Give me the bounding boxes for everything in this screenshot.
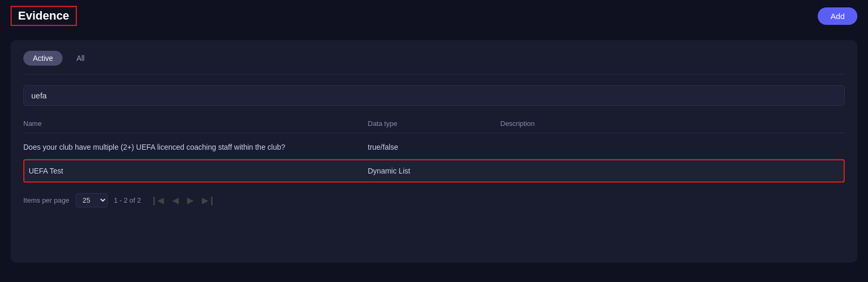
table-body: Does your club have multiple (2+) UEFA l… xyxy=(23,135,845,183)
next-page-button[interactable]: ▶ xyxy=(184,194,197,206)
app-header: Evidence Add xyxy=(0,0,868,32)
col-header-name: Name xyxy=(23,120,368,128)
pagination-nav: ❙◀ ◀ ▶ ▶❙ xyxy=(147,194,218,206)
table-row-highlighted[interactable]: UEFA Test Dynamic List xyxy=(23,159,845,183)
page-title: Evidence xyxy=(11,6,77,26)
cell-name-1: UEFA Test xyxy=(29,167,368,175)
search-container xyxy=(23,85,845,106)
table-header: Name Data type Description xyxy=(23,116,845,133)
main-content: Active All Name Data type Description Do… xyxy=(0,32,868,271)
col-header-description: Description xyxy=(500,120,845,128)
add-button[interactable]: Add xyxy=(818,7,857,25)
prev-page-button[interactable]: ◀ xyxy=(169,194,182,206)
tab-all[interactable]: All xyxy=(67,51,94,66)
cell-datatype-0: true/false xyxy=(368,143,500,151)
col-header-datatype: Data type xyxy=(368,120,500,128)
content-card: Active All Name Data type Description Do… xyxy=(11,40,857,262)
items-per-page-label: Items per page xyxy=(23,196,69,204)
first-page-button[interactable]: ❙◀ xyxy=(147,194,167,206)
cell-datatype-1: Dynamic List xyxy=(368,167,500,175)
tab-active[interactable]: Active xyxy=(23,51,63,66)
table-row[interactable]: Does your club have multiple (2+) UEFA l… xyxy=(23,135,845,159)
pagination-info: 1 - 2 of 2 xyxy=(114,196,141,204)
search-input[interactable] xyxy=(23,85,845,106)
per-page-select[interactable]: 25 10 50 100 xyxy=(76,193,108,207)
last-page-button[interactable]: ▶❙ xyxy=(199,194,218,206)
cell-name-0: Does your club have multiple (2+) UEFA l… xyxy=(23,143,368,151)
filter-tabs: Active All xyxy=(23,51,845,75)
pagination: Items per page 25 10 50 100 1 - 2 of 2 ❙… xyxy=(23,193,845,207)
